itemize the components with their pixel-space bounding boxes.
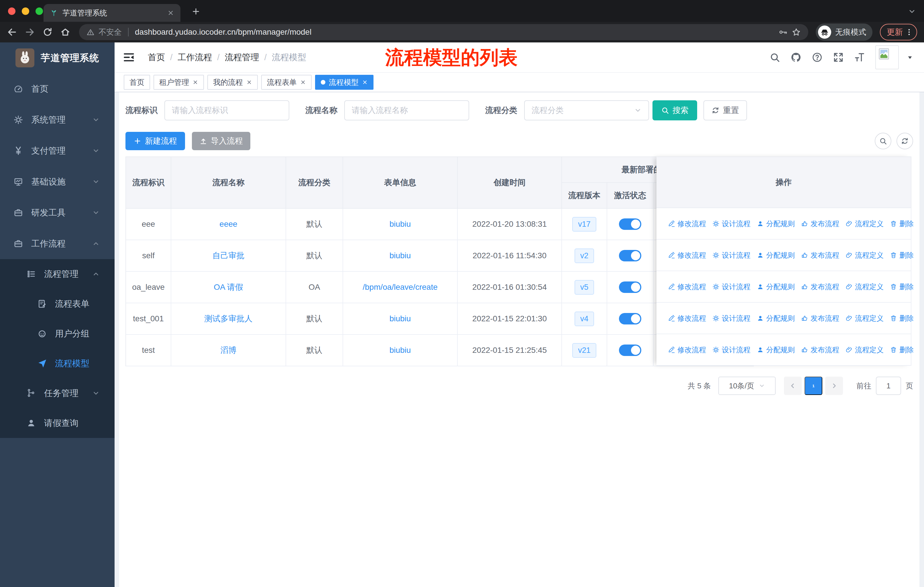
- action-delete-link[interactable]: 删除: [890, 282, 914, 291]
- tags-view-tab[interactable]: 我的流程: [207, 75, 258, 90]
- github-icon[interactable]: [790, 52, 802, 63]
- sidebar-item-workflow[interactable]: 工作流程: [0, 228, 115, 259]
- sidebar-item-infra[interactable]: 基础设施: [0, 166, 115, 197]
- action-edit-link[interactable]: 修改流程: [668, 314, 706, 323]
- process-name-link[interactable]: 测试多审批人: [205, 313, 252, 324]
- search-button[interactable]: 搜索: [652, 100, 697, 121]
- sidebar-item-process-model[interactable]: 流程模型: [0, 349, 115, 378]
- sidebar-item-task-manage[interactable]: 任务管理: [0, 378, 115, 408]
- action-definition-link[interactable]: 流程定义: [845, 251, 884, 260]
- tags-view-tab[interactable]: 首页: [124, 75, 150, 90]
- breadcrumb-item[interactable]: 首页: [148, 51, 165, 63]
- action-edit-link[interactable]: 修改流程: [668, 251, 706, 260]
- action-design-link[interactable]: 设计流程: [712, 251, 751, 260]
- action-definition-link[interactable]: 流程定义: [845, 219, 884, 228]
- search-icon[interactable]: [769, 52, 780, 63]
- action-assign-link[interactable]: 分配规则: [757, 251, 795, 260]
- process-name-link[interactable]: 自己审批: [213, 250, 244, 261]
- active-toggle[interactable]: [619, 344, 641, 356]
- prev-page-button[interactable]: [784, 377, 802, 395]
- process-name-link[interactable]: OA 请假: [214, 282, 243, 293]
- password-key-icon[interactable]: [779, 28, 788, 37]
- goto-page-input[interactable]: [876, 377, 901, 395]
- tags-view-tab[interactable]: 租户管理: [153, 75, 204, 90]
- action-design-link[interactable]: 设计流程: [712, 219, 751, 228]
- action-publish-link[interactable]: 发布流程: [801, 282, 839, 291]
- action-publish-link[interactable]: 发布流程: [801, 345, 839, 355]
- sidebar-item-devtools[interactable]: 研发工具: [0, 197, 115, 228]
- form-info-link[interactable]: biubiu: [389, 346, 411, 355]
- fullscreen-icon[interactable]: [833, 52, 844, 63]
- action-publish-link[interactable]: 发布流程: [801, 219, 839, 228]
- action-edit-link[interactable]: 修改流程: [668, 345, 706, 355]
- tag-close-icon[interactable]: [362, 79, 368, 85]
- active-toggle[interactable]: [619, 281, 641, 293]
- action-delete-link[interactable]: 删除: [890, 345, 914, 355]
- back-icon[interactable]: [7, 27, 17, 37]
- action-assign-link[interactable]: 分配规则: [757, 219, 795, 228]
- action-delete-link[interactable]: 删除: [890, 251, 914, 260]
- sidebar-collapse-icon[interactable]: [122, 51, 135, 64]
- form-info-link[interactable]: biubiu: [389, 220, 411, 229]
- forward-icon[interactable]: [25, 27, 35, 37]
- home-icon[interactable]: [60, 27, 71, 37]
- tags-view-tab[interactable]: 流程表单: [261, 75, 312, 90]
- refresh-table-button[interactable]: [896, 133, 913, 149]
- show-search-toggle-button[interactable]: [875, 133, 891, 149]
- avatar-caret-down-icon[interactable]: [906, 54, 914, 61]
- font-size-icon[interactable]: [854, 52, 865, 63]
- bookmark-star-icon[interactable]: [792, 28, 801, 37]
- action-design-link[interactable]: 设计流程: [712, 314, 751, 323]
- window-minimize-button[interactable]: [22, 7, 29, 15]
- process-name-link[interactable]: 滔博: [221, 345, 237, 356]
- form-info-link[interactable]: /bpm/oa/leave/create: [363, 283, 438, 292]
- action-assign-link[interactable]: 分配规则: [757, 282, 795, 291]
- sidebar-item-process-form[interactable]: 流程表单: [0, 289, 115, 319]
- browser-tab[interactable]: 芋道管理系统: [43, 4, 180, 22]
- action-assign-link[interactable]: 分配规则: [757, 345, 795, 355]
- active-toggle[interactable]: [619, 313, 641, 324]
- active-toggle[interactable]: [619, 218, 641, 230]
- action-edit-link[interactable]: 修改流程: [668, 219, 706, 228]
- action-definition-link[interactable]: 流程定义: [845, 282, 884, 291]
- create-process-button[interactable]: 新建流程: [125, 132, 185, 150]
- page-size-select[interactable]: 10条/页: [718, 377, 776, 395]
- action-definition-link[interactable]: 流程定义: [845, 314, 884, 323]
- action-delete-link[interactable]: 删除: [890, 314, 914, 323]
- window-zoom-button[interactable]: [36, 7, 43, 15]
- page-1-button[interactable]: 1: [805, 377, 822, 395]
- tag-close-icon[interactable]: [300, 79, 306, 85]
- filter-key-input[interactable]: [164, 100, 289, 121]
- reload-icon[interactable]: [42, 27, 53, 37]
- window-close-button[interactable]: [8, 7, 15, 15]
- action-delete-link[interactable]: 删除: [890, 219, 914, 228]
- action-design-link[interactable]: 设计流程: [712, 345, 751, 355]
- tab-list-caret-icon[interactable]: [908, 7, 916, 15]
- tags-view-tab[interactable]: 流程模型: [315, 75, 373, 90]
- form-info-link[interactable]: biubiu: [389, 314, 411, 323]
- sidebar-item-leave-query[interactable]: 请假查询: [0, 408, 115, 438]
- help-icon[interactable]: [812, 52, 823, 63]
- address-bar[interactable]: 不安全 dashboard.yudao.iocoder.cn/bpm/manag…: [79, 24, 808, 40]
- action-assign-link[interactable]: 分配规则: [757, 314, 795, 323]
- user-avatar[interactable]: [875, 45, 899, 69]
- filter-name-input[interactable]: [344, 100, 469, 121]
- active-toggle[interactable]: [619, 250, 641, 261]
- next-page-button[interactable]: [825, 377, 843, 395]
- tag-close-icon[interactable]: [193, 79, 198, 85]
- form-info-link[interactable]: biubiu: [389, 251, 411, 260]
- sidebar-item-process-manage[interactable]: 流程管理: [0, 259, 115, 289]
- breadcrumb-item[interactable]: 流程管理: [225, 51, 259, 63]
- action-publish-link[interactable]: 发布流程: [801, 314, 839, 323]
- process-name-link[interactable]: eeee: [219, 220, 237, 229]
- sidebar-item-home[interactable]: 首页: [0, 73, 115, 104]
- browser-update-button[interactable]: 更新: [880, 24, 917, 40]
- sidebar-item-payment[interactable]: 支付管理: [0, 135, 115, 166]
- action-publish-link[interactable]: 发布流程: [801, 251, 839, 260]
- action-edit-link[interactable]: 修改流程: [668, 282, 706, 291]
- sidebar-item-system[interactable]: 系统管理: [0, 104, 115, 135]
- sidebar-item-user-group[interactable]: 用户分组: [0, 319, 115, 349]
- tag-close-icon[interactable]: [246, 79, 252, 85]
- breadcrumb-item[interactable]: 工作流程: [178, 51, 212, 63]
- filter-category-select[interactable]: 流程分类: [524, 100, 649, 121]
